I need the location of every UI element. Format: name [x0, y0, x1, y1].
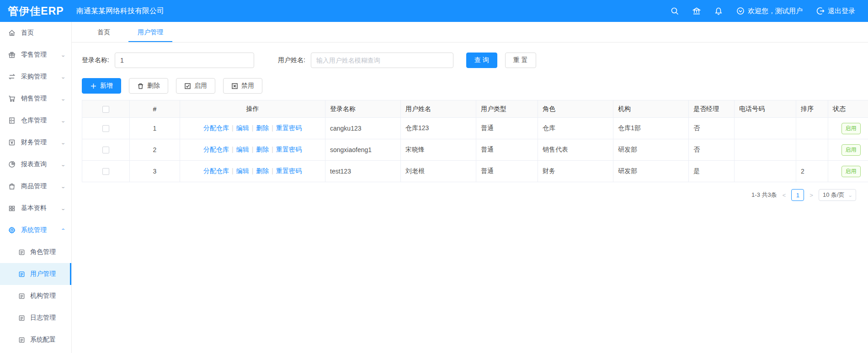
prev-page-button[interactable]: < [782, 192, 787, 199]
row-checkbox[interactable] [102, 125, 109, 132]
logout-button[interactable]: 退出登录 [816, 7, 855, 16]
col-role: 角色 [538, 100, 613, 118]
sidebar-item-finance[interactable]: 财务管理 ⌄ [0, 132, 71, 153]
chevron-down-icon: ⌄ [60, 184, 66, 189]
user-menu[interactable]: 欢迎您，测试用户 [736, 7, 803, 16]
pie-chart-icon [8, 161, 16, 168]
delete-link[interactable]: 删除 [256, 146, 269, 153]
select-all-checkbox[interactable] [102, 106, 109, 113]
tab-user-mgmt[interactable]: 用户管理 [134, 28, 167, 42]
header-actions: 欢迎您，测试用户 退出登录 [671, 7, 868, 16]
plus-icon [90, 83, 97, 90]
sidebar-item-system-config[interactable]: 系统配置 [0, 329, 71, 351]
cell-login: cangku123 [325, 118, 401, 139]
sidebar-item-home[interactable]: 首页 [0, 22, 71, 44]
row-checkbox[interactable] [102, 147, 109, 153]
assign-warehouse-link[interactable]: 分配仓库 [203, 146, 229, 153]
col-manager: 是否经理 [689, 100, 735, 118]
delete-link[interactable]: 删除 [256, 167, 269, 174]
welcome-text: 欢迎您，测试用户 [748, 7, 803, 16]
tab-bar: 首页 用户管理 [72, 22, 868, 42]
login-name-input[interactable] [115, 53, 254, 68]
delete-button[interactable]: 删除 [129, 78, 168, 94]
cell-role: 仓库 [538, 118, 613, 139]
doc-icon [18, 293, 25, 300]
pagination-total: 1-3 共3条 [751, 191, 777, 199]
sidebar-item-org-mgmt[interactable]: 机构管理 [0, 285, 71, 307]
grid-icon [8, 205, 16, 212]
chevron-down-icon: ⌄ [60, 118, 66, 123]
reset-password-link[interactable]: 重置密码 [276, 124, 302, 132]
page-size-select[interactable]: 10 条/页 ⌄ [819, 189, 856, 201]
query-button[interactable]: 查 询 [466, 53, 497, 68]
cell-type: 普通 [476, 118, 538, 139]
sidebar-item-warehouse[interactable]: 仓库管理 ⌄ [0, 110, 71, 132]
sidebar-item-basedata[interactable]: 基本资料 ⌄ [0, 197, 71, 219]
app-logo: 管伊佳ERP [0, 4, 72, 18]
edit-link[interactable]: 编辑 [236, 167, 249, 174]
sidebar-item-purchase[interactable]: 采购管理 ⌄ [0, 66, 71, 88]
users-table: # 操作 登录名称 用户姓名 用户类型 角色 机构 是否经理 电话号码 排序 状… [82, 100, 868, 182]
bank-icon[interactable] [692, 7, 701, 15]
sidebar: 首页 零售管理 ⌄ 采购管理 ⌄ 销售管理 ⌄ 仓库管理 ⌄ [0, 22, 72, 353]
sidebar-item-products[interactable]: 商品管理 ⌄ [0, 175, 71, 197]
cell-type: 普通 [476, 139, 538, 161]
x-box-icon [231, 83, 238, 90]
toolbar: 新增 删除 启用 禁用 [82, 78, 858, 94]
status-badge[interactable]: 启用 [841, 144, 861, 156]
enable-button[interactable]: 启用 [176, 78, 215, 94]
assign-warehouse-link[interactable]: 分配仓库 [203, 167, 229, 174]
col-phone: 电话号码 [735, 100, 796, 118]
cell-name: 宋晓锋 [401, 139, 476, 161]
reset-password-link[interactable]: 重置密码 [276, 167, 302, 174]
edit-link[interactable]: 编辑 [236, 146, 249, 153]
next-page-button[interactable]: > [809, 192, 814, 199]
assign-warehouse-link[interactable]: 分配仓库 [203, 124, 229, 132]
col-login: 登录名称 [325, 100, 401, 118]
cart-icon [8, 95, 16, 102]
chevron-down-icon: ⌄ [60, 53, 66, 58]
sidebar-item-reports[interactable]: 报表查询 ⌄ [0, 153, 71, 175]
col-org: 机构 [613, 100, 689, 118]
login-name-label: 登录名称: [82, 56, 109, 64]
table-row: 3 分配仓库|编辑|删除|重置密码 test123 刘老根 普通 财务 研发部 … [82, 161, 868, 182]
main-area: 首页 用户管理 登录名称: 用户姓名: 查 询 重 置 新增 [72, 22, 868, 353]
add-button[interactable]: 新增 [82, 78, 121, 94]
cell-actions: 分配仓库|编辑|删除|重置密码 [180, 139, 325, 161]
delete-link[interactable]: 删除 [256, 124, 269, 132]
down-circle-icon [736, 7, 745, 15]
edit-link[interactable]: 编辑 [236, 124, 249, 132]
status-badge[interactable]: 启用 [841, 123, 861, 134]
cell-type: 普通 [476, 161, 538, 182]
reset-password-link[interactable]: 重置密码 [276, 146, 302, 153]
sidebar-item-system[interactable]: 系统管理 ⌃ [0, 219, 71, 241]
trash-icon [137, 83, 144, 90]
sidebar-item-user-mgmt[interactable]: 用户管理 [0, 263, 71, 285]
cell-sort [796, 118, 828, 139]
page-number-button[interactable]: 1 [791, 189, 804, 201]
chevron-down-icon: ⌄ [60, 162, 66, 167]
table-row: 1 分配仓库|编辑|删除|重置密码 cangku123 仓库123 普通 仓库 … [82, 118, 868, 139]
search-icon[interactable] [671, 7, 679, 15]
tab-home[interactable]: 首页 [94, 28, 114, 42]
row-checkbox[interactable] [102, 168, 109, 175]
bell-icon[interactable] [714, 7, 723, 15]
disable-button[interactable]: 禁用 [223, 78, 262, 94]
sidebar-item-sales[interactable]: 销售管理 ⌄ [0, 88, 71, 110]
gear-icon [8, 227, 16, 234]
sidebar-item-log-mgmt[interactable]: 日志管理 [0, 307, 71, 329]
reset-button[interactable]: 重 置 [505, 53, 536, 68]
chevron-down-icon: ⌄ [60, 140, 66, 145]
cell-login: test123 [325, 161, 401, 182]
sidebar-item-role-mgmt[interactable]: 角色管理 [0, 241, 71, 263]
status-badge[interactable]: 启用 [841, 166, 861, 177]
cell-org: 研发部 [613, 139, 689, 161]
cell-phone [735, 139, 796, 161]
col-sort: 排序 [796, 100, 828, 118]
sidebar-item-retail[interactable]: 零售管理 ⌄ [0, 44, 71, 66]
logout-icon [816, 7, 825, 15]
doc-icon [18, 271, 25, 278]
cell-login: songxiaofeng1 [325, 139, 401, 161]
cell-actions: 分配仓库|编辑|删除|重置密码 [180, 118, 325, 139]
user-name-input[interactable] [311, 53, 453, 68]
